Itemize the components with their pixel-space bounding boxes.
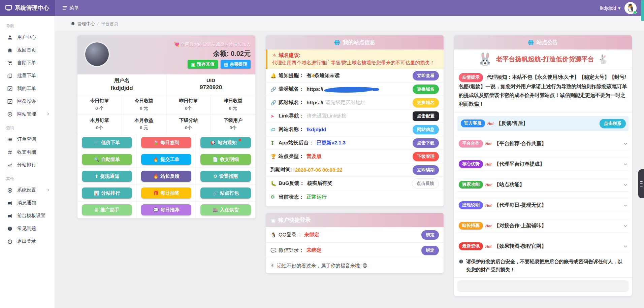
- quick-btn-owner-feedback[interactable]: 🔥站长反馈: [141, 171, 191, 182]
- configure-button[interactable]: 点击配置: [413, 111, 439, 121]
- notification-dot: [239, 139, 241, 141]
- sidebar-item-logout[interactable]: 退出登录: [0, 235, 55, 248]
- bar-chart-icon: 📊: [94, 191, 99, 195]
- download-button[interactable]: 点击下载: [413, 138, 439, 148]
- flame-icon: 🔥: [153, 157, 158, 162]
- sidebar-item-faq[interactable]: 常见问题: [0, 222, 55, 235]
- topbar: 系统管理中心 菜单 fkdjdjdd ▾ 🐧: [0, 0, 644, 16]
- online-status-dot: [633, 11, 637, 14]
- list-icon: [7, 137, 12, 142]
- bind-wechat-button[interactable]: 绑定: [421, 246, 439, 255]
- store-icon: 🏬: [213, 208, 218, 212]
- quick-btn-income-detail[interactable]: 📄收支明细: [200, 154, 251, 165]
- bind-qq-button[interactable]: 绑定: [421, 230, 439, 240]
- user-dropdown[interactable]: fkdjdjdd ▾: [600, 5, 620, 11]
- stats-grid: 今日钉箪0 个 今日收益0 元 昨日钉箪0个 昨日收益0 元 本月钉箪0个 本月…: [77, 95, 255, 134]
- hot-label: Hot: [485, 162, 491, 166]
- sidebar-item-my-tickets[interactable]: 我的工单: [0, 82, 55, 95]
- hot-label: Hot: [485, 183, 491, 187]
- renew-button[interactable]: 立即续期: [413, 165, 439, 175]
- quick-btn-daily-lottery[interactable]: 🎁每日抽奖: [141, 187, 191, 199]
- announcement-headline: 🐰 老平台扬帆起航-打造低价货源平台 🐇: [454, 49, 632, 69]
- balance: 余额: 0.02元: [213, 49, 251, 58]
- link-icon: 🔗: [270, 87, 279, 92]
- site-info-button[interactable]: 网站信息: [413, 125, 439, 134]
- recharge-button[interactable]: ▣ 预存充值: [188, 60, 218, 69]
- edge-drawer-handle[interactable]: [638, 169, 644, 198]
- topbar-avatar[interactable]: 🐧: [624, 2, 637, 14]
- accordion-badge: 平台合作: [459, 140, 483, 147]
- monitor-icon: [5, 5, 12, 11]
- topbar-username: fkdjdjdd: [600, 5, 616, 11]
- sub-manage-button[interactable]: 下级管理: [413, 152, 439, 161]
- sidebar-item-message-notice[interactable]: 消息通知: [0, 197, 55, 209]
- accordion-core-advantage[interactable]: 核心优势 Hot 【代理平台订单提成】: [457, 158, 629, 171]
- identity-row: 用户名 fkdjdjdd UID 9720920: [77, 74, 255, 95]
- bullhorn-icon: [7, 201, 12, 206]
- quick-btn-promo-helper[interactable]: ⊞推广助手: [82, 204, 132, 215]
- sidebar-item-site-management[interactable]: 网站管理: [0, 108, 55, 121]
- breadcrumb-root[interactable]: 管理中心: [77, 21, 95, 27]
- card-icon: ▦: [224, 62, 228, 67]
- chevron-down-icon: [622, 244, 628, 248]
- tip-badge: 友情提示: [459, 73, 483, 82]
- contact-service-button[interactable]: 点击联系: [600, 119, 626, 128]
- quick-btn-order-lookup[interactable]: 🔍自助查单: [82, 154, 132, 165]
- compass-icon: [7, 112, 12, 117]
- gift-icon: 🎁: [153, 191, 158, 195]
- withdraw-button[interactable]: ▦ 余额提现: [221, 60, 251, 69]
- quick-btn-supplier-join[interactable]: 🏬入住供货: [200, 204, 251, 215]
- quick-btn-setup-guide[interactable]: ⚙设置指南: [200, 171, 251, 182]
- change-domain-button[interactable]: 更换域名: [413, 98, 439, 107]
- quick-login-header: ▣ 账户快捷登录: [266, 213, 444, 227]
- quick-btn-submit-ticket[interactable]: 🔥提交工单: [141, 154, 191, 165]
- accordion-platform-coop[interactable]: 平台合作 Hot 【平台推荐-合作共赢】: [457, 137, 629, 150]
- corner-accent-tab[interactable]: [641, 0, 644, 21]
- sidebar-item-system-settings[interactable]: 系统设置: [0, 184, 55, 197]
- sidebar-item-user-center[interactable]: 用户中心: [0, 31, 55, 44]
- uid-cell: UID 9720920: [166, 74, 255, 95]
- user-avatar[interactable]: [84, 41, 110, 67]
- sidebar-item-subsite-ranking[interactable]: 分站排行: [0, 159, 55, 171]
- sidebar-item-income-detail[interactable]: 收支明细: [0, 146, 55, 159]
- hot-label: Hot: [485, 203, 491, 207]
- hot-label: Hot: [487, 122, 493, 126]
- accordion-latest-news[interactable]: 最新资讯 Hot 【效果转图-教程官网】: [457, 240, 629, 253]
- quick-btn-site-package[interactable]: 🔗站点打包: [200, 187, 251, 199]
- sidebar-item-disk-complaint[interactable]: 网盘投诉: [0, 95, 55, 108]
- footer-strip[interactable]: [457, 280, 629, 292]
- accordion-owner-recruit[interactable]: 站长招募 Hot 【对接合作-上架铺咔】: [457, 219, 629, 233]
- megaphone-icon: 📢: [210, 140, 216, 145]
- sidebar-item-self-order[interactable]: 自助下单: [0, 57, 55, 69]
- app-brand: 系统管理中心: [0, 0, 55, 16]
- sidebar-item-batch-order[interactable]: 批量下单: [0, 69, 55, 82]
- row-bug-feedback: 🐛 BuG反馈： 核实后有奖 点击反馈: [266, 177, 444, 190]
- change-domain-button[interactable]: 更换域名: [413, 84, 439, 94]
- quick-btn-withdraw-notice[interactable]: ⬆提现通知: [82, 171, 132, 182]
- cart-icon: [7, 61, 12, 66]
- stat-month-orders: 本月钉箪0个: [77, 115, 122, 134]
- quick-btn-cheap-order[interactable]: 🛒低价下单: [82, 137, 132, 148]
- sidebar-item-order-query[interactable]: 订单查询: [0, 133, 55, 146]
- accordion-exclusive-features[interactable]: 独家功能 Hot 【站点功能】: [457, 178, 629, 192]
- leaf-icon: 🍃: [153, 140, 158, 145]
- stat-sub-sites: 下级分站0个: [166, 115, 211, 134]
- bullhorn-icon: [7, 213, 12, 218]
- sidebar-item-frontend-template[interactable]: 前台模板设置: [0, 209, 55, 222]
- quick-btn-site-notice[interactable]: 📢站内通知: [200, 137, 251, 148]
- sidebar-item-home[interactable]: 返回首页: [0, 44, 55, 57]
- quick-btn-subsite-rank[interactable]: 📊分站排行: [82, 187, 132, 199]
- quick-btn-daily-checkin[interactable]: 🍃每日签到: [141, 137, 191, 148]
- check-square-icon: [7, 99, 12, 104]
- feedback-button[interactable]: 点击反馈: [412, 178, 439, 189]
- row-site-type: 🏆 站点类型： 普及版 下级管理: [266, 150, 444, 163]
- accordion-withdraw-info[interactable]: 提现说明 Hot 【代理每日-提现无忧】: [457, 199, 629, 212]
- official-service-row: 官方客服 Hot 【反馈/售后】 点击联系: [457, 116, 629, 131]
- view-now-button[interactable]: 立即查看: [413, 71, 439, 80]
- home-icon: [7, 48, 12, 53]
- flame-icon: 🔥: [153, 174, 158, 178]
- power-icon: [7, 239, 12, 244]
- menu-toggle-button[interactable]: 菜单: [62, 5, 79, 11]
- quick-btn-daily-recommend[interactable]: 💬每日推荐: [141, 204, 191, 215]
- site-info-card: 🌐 我的站点信息 ⚠域名建议: 代理使用两个域名进行推广零售/防止域名被墙给您带…: [266, 35, 444, 206]
